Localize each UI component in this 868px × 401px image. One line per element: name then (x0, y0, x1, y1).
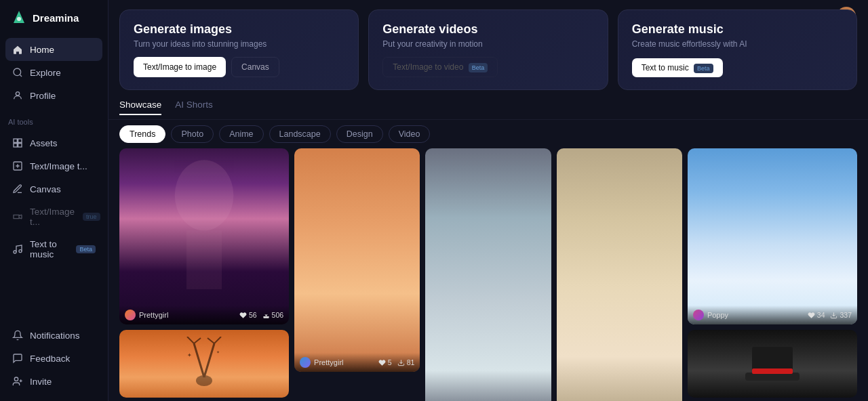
sidebar-item-assets[interactable]: Assets (5, 131, 102, 154)
svg-rect-15 (186, 230, 222, 289)
grid-col-1: Prettygirl 5 81 (294, 148, 420, 396)
anime-girl-downloads: 337 (830, 311, 852, 319)
svg-rect-7 (14, 144, 17, 147)
tab-ai-shorts[interactable]: AI Shorts (175, 100, 213, 115)
bottom-nav: Notifications Feedback Invite (0, 321, 108, 401)
cat-bike-avatar (300, 357, 311, 368)
sidebar-item-home[interactable]: Home (5, 38, 102, 61)
grid-item-robot-girl[interactable]: Prettygirl 56 506 (119, 148, 289, 324)
grid-item-hat[interactable] (688, 330, 857, 398)
svg-rect-27 (752, 368, 793, 374)
grid-item-bride[interactable]: Lemon531 3 18 (425, 148, 551, 401)
grid-item-anime-girl[interactable]: Poppy 34 337 (688, 148, 857, 324)
filter-trends[interactable]: Trends (119, 125, 165, 143)
robot-girl-overlay: Prettygirl 56 506 (119, 305, 289, 324)
grid-item-cat-bike[interactable]: Prettygirl 5 81 (294, 148, 420, 372)
sidebar-item-explore[interactable]: Explore (5, 61, 102, 84)
svg-line-17 (187, 337, 194, 343)
deer-art: ✦ ✦ (184, 337, 224, 391)
download-icon5 (830, 312, 837, 319)
cat-bike-user: Prettygirl (300, 357, 343, 368)
assets-icon (12, 138, 23, 148)
sidebar-item-text-to-music[interactable]: Text to music Beta (5, 233, 102, 266)
app-name: Dreamina (33, 12, 79, 24)
robot-girl-likes: 56 (239, 311, 257, 319)
hat-art (745, 340, 800, 387)
image-grid: Prettygirl 56 506 (108, 148, 868, 401)
sidebar-item-invite[interactable]: Invite (5, 370, 102, 393)
hero-card-music: Generate music Create music effortlessly… (618, 9, 857, 90)
sidebar-item-textimage2[interactable]: Text/Image t... true (5, 200, 102, 233)
filter-design[interactable]: Design (336, 125, 383, 143)
tools-nav: Assets Text/Image t... Canvas Text/Image… (0, 129, 108, 268)
grid-col-3: elamenoor 46 502 (557, 148, 682, 396)
grid-item-tiger[interactable]: elamenoor 46 502 (557, 148, 682, 401)
svg-point-14 (175, 160, 234, 230)
grid-col-4: Poppy 34 337 (688, 148, 857, 396)
beta-badge-textimage2: true (83, 213, 100, 221)
profile-icon (12, 90, 23, 101)
svg-point-11 (19, 250, 22, 253)
filter-landscape[interactable]: Landscape (269, 125, 331, 143)
tab-showcase[interactable]: Showcase (119, 100, 161, 115)
cat-bike-stats: 5 81 (378, 358, 415, 366)
textimage-icon (12, 161, 23, 171)
grid-item-deer[interactable]: ✦ ✦ (119, 330, 289, 398)
download-icon2 (397, 359, 405, 366)
anime-girl-likes: 34 (808, 311, 825, 319)
svg-point-10 (14, 251, 16, 253)
anime-girl-stats: 34 337 (808, 311, 852, 319)
svg-rect-8 (18, 144, 22, 147)
grid-col-0: Prettygirl 56 506 (119, 148, 289, 396)
svg-point-12 (14, 377, 18, 381)
svg-rect-5 (14, 139, 17, 142)
hero-videos-title: Generate videos (382, 22, 593, 37)
robot-girl-art (119, 148, 289, 324)
cat-bike-downloads: 81 (397, 358, 415, 366)
anime-girl-user: Poppy (693, 310, 728, 320)
robot-girl-stats: 56 506 (239, 311, 283, 319)
video-beta-tag: Beta (469, 63, 488, 72)
feedback-icon (12, 353, 23, 364)
text-image-to-image-button[interactable]: Text/Image to image (134, 57, 226, 77)
canvas-icon (12, 184, 23, 194)
filter-video[interactable]: Video (389, 125, 431, 143)
cat-bike-overlay: Prettygirl 5 81 (294, 353, 420, 372)
textimage-icon2 (12, 211, 23, 222)
download-icon (262, 312, 270, 319)
svg-point-22 (196, 375, 212, 386)
hero-music-title: Generate music (632, 22, 843, 37)
hero-music-desc: Create music effortlessly with AI (632, 39, 843, 49)
svg-text:✦: ✦ (216, 350, 220, 354)
filter-photo[interactable]: Photo (171, 125, 214, 143)
svg-line-19 (204, 343, 214, 377)
sidebar-item-feedback[interactable]: Feedback (5, 347, 102, 370)
hero-card-videos: Generate videos Put your creativity in m… (368, 9, 608, 90)
filter-anime[interactable]: Anime (219, 125, 263, 143)
svg-line-16 (194, 343, 204, 377)
svg-point-4 (16, 92, 19, 96)
home-icon (12, 44, 23, 55)
app-logo[interactable]: Dreamina (0, 0, 108, 35)
svg-text:✦: ✦ (187, 352, 192, 358)
svg-line-18 (194, 338, 201, 343)
music-icon (12, 244, 23, 255)
svg-line-20 (214, 337, 221, 343)
sidebar-item-notifications[interactable]: Notifications (5, 324, 102, 347)
sidebar-item-profile[interactable]: Profile (5, 84, 102, 107)
canvas-button[interactable]: Canvas (231, 57, 279, 77)
beta-badge-music: Beta (76, 245, 96, 253)
sidebar-item-textimage[interactable]: Text/Image t... (5, 154, 102, 177)
hero-images-btns: Text/Image to image Canvas (134, 57, 344, 77)
cat-bike-likes: 5 (378, 358, 392, 366)
text-to-music-button[interactable]: Text to music Beta (632, 58, 723, 77)
hero-images-desc: Turn your ideas into stunning images (134, 39, 344, 49)
svg-rect-6 (18, 139, 22, 142)
hero-music-btns: Text to music Beta (632, 58, 843, 77)
sidebar: Dreamina Home Explore Profile AI tools (0, 0, 108, 401)
sidebar-item-canvas[interactable]: Canvas (5, 177, 102, 200)
robot-girl-avatar (125, 310, 136, 320)
text-image-to-video-button[interactable]: Text/Image to video Beta (382, 57, 498, 77)
robot-girl-user: Prettygirl (125, 310, 168, 320)
hero-section: Generate images Turn your ideas into stu… (108, 0, 868, 97)
